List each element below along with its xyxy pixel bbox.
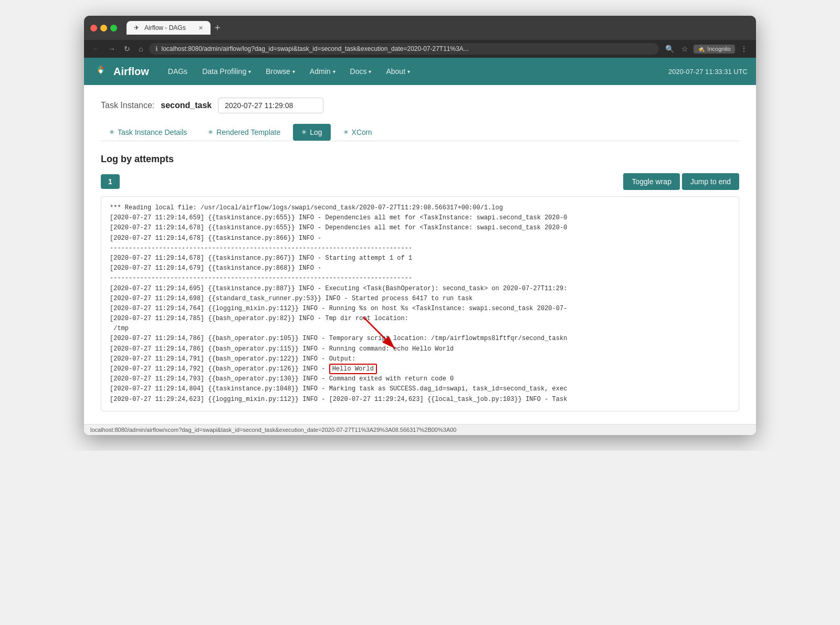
task-header: Task Instance: second_task [101,98,739,113]
log-line: [2020-07-27 11:29:14,786] {{bash_operato… [110,334,730,344]
jump-to-end-button[interactable]: Jump to end [682,173,739,190]
incognito-label: Incognito [707,46,731,52]
logo-text: Airflow [113,66,149,78]
log-line: [2020-07-27 11:29:14,695] {{taskinstance… [110,284,730,294]
docs-chevron-icon: ▾ [369,69,371,75]
browse-chevron-icon: ▾ [292,69,295,75]
log-line-hello-world: [2020-07-27 11:29:14,792] {{bash_operato… [110,364,730,374]
log-line: [2020-07-27 11:29:14,764] {{logging_mixi… [110,304,730,314]
log-line: [2020-07-27 11:29:14,678] {{taskinstance… [110,234,730,243]
nav-about-label: About [386,67,405,76]
maximize-button[interactable] [110,25,117,31]
tab-task-instance-details[interactable]: ✳ Task Instance Details [101,124,195,141]
menu-button[interactable]: ⋮ [738,44,750,54]
log-line: /tmp [110,324,730,334]
tab-close-button[interactable]: ✕ [198,25,203,31]
log-line: [2020-07-27 11:29:14,679] {{taskinstance… [110,263,730,273]
log-controls: 1 Toggle wrap Jump to end [101,173,739,190]
status-bar: localhost:8080/admin/airflow/xcom?dag_id… [84,424,756,435]
nav-data-profiling[interactable]: Data Profiling ▾ [196,64,257,79]
new-tab-button[interactable]: + [211,23,225,34]
log-line: [2020-07-27 11:29:14,793] {{bash_operato… [110,374,730,384]
close-button[interactable] [90,25,97,31]
tab-xcom[interactable]: ✳ XCom [335,124,381,141]
log-action-buttons: Toggle wrap Jump to end [623,173,739,190]
tab-xcom-label: XCom [352,128,372,136]
log-line: [2020-07-27 11:29:14,678] {{taskinstance… [110,253,730,263]
bookmark-button[interactable]: ☆ [679,44,690,54]
log-output: *** Reading local file: /usr/local/airfl… [101,196,739,411]
log-line: *** Reading local file: /usr/local/airfl… [110,203,730,213]
nav-admin-label: Admin [310,67,331,76]
tab-task-instance-details-label: Task Instance Details [118,128,187,136]
task-tabs: ✳ Task Instance Details ✳ Rendered Templ… [101,124,739,141]
forward-button[interactable]: → [106,44,118,54]
nav-data-profiling-label: Data Profiling [202,67,246,76]
tab-title: Airflow - DAGs [144,24,186,31]
task-name: second_task [161,101,212,110]
nav-about[interactable]: About ▾ [380,64,416,79]
log-tab-icon: ✳ [301,129,307,136]
nav-links: DAGs Data Profiling ▾ Browse ▾ Admin ▾ D… [162,64,668,79]
task-date-input[interactable] [218,98,323,113]
svg-point-4 [99,70,102,73]
log-line: [2020-07-27 11:29:14,804] {{taskinstance… [110,384,730,394]
minimize-button[interactable] [100,25,107,31]
data-profiling-chevron-icon: ▾ [248,69,251,75]
log-line: [2020-07-27 11:29:14,786] {{bash_operato… [110,344,730,354]
log-line: ----------------------------------------… [110,243,730,253]
tab-log-label: Log [310,128,322,136]
tab-rendered-template-label: Rendered Template [216,128,280,136]
tab-rendered-template[interactable]: ✳ Rendered Template [200,124,289,141]
nav-dags-label: DAGs [168,67,187,76]
url-display: localhost:8080/admin/airflow/log?dag_id=… [161,45,653,52]
log-line: [2020-07-27 11:29:14,785] {{bash_operato… [110,314,730,324]
log-line: [2020-07-27 11:29:14,659] {{taskinstance… [110,213,730,223]
log-line: [2020-07-27 11:29:14,678] {{taskinstance… [110,223,730,233]
about-chevron-icon: ▾ [407,69,410,75]
xcom-tab-icon: ✳ [343,129,349,136]
attempt-badge[interactable]: 1 [101,174,120,189]
home-button[interactable]: ⌂ [136,44,145,54]
nav-docs[interactable]: Docs ▾ [344,64,378,79]
incognito-badge: 🕵 Incognito [694,45,735,54]
secure-icon: ℹ [155,45,158,52]
main-nav: Airflow DAGs Data Profiling ▾ Browse ▾ A… [84,58,756,85]
task-instance-label: Task Instance: [101,101,154,110]
task-details-icon: ✳ [109,129,114,136]
nav-datetime: 2020-07-27 11:33:31 UTC [668,68,748,76]
log-line: [2020-07-27 11:29:14,791] {{bash_operato… [110,354,730,364]
back-button[interactable]: ← [90,44,102,54]
log-line: [2020-07-27 11:29:14,698] {{standard_tas… [110,294,730,304]
airflow-logo[interactable]: Airflow [92,63,149,80]
nav-browse-label: Browse [266,67,290,76]
browser-tab[interactable]: ✈ Airflow - DAGs ✕ [127,21,211,35]
nav-dags[interactable]: DAGs [162,64,194,79]
tab-favicon-icon: ✈ [134,24,141,31]
reload-button[interactable]: ↻ [122,44,132,54]
log-line: [2020-07-27 11:29:24,623] {{logging_mixi… [110,395,730,405]
search-button[interactable]: 🔍 [663,44,676,54]
hello-world-highlight: Hello World [329,364,377,374]
log-section-title: Log by attempts [101,154,739,165]
nav-browse[interactable]: Browse ▾ [259,64,301,79]
tab-log[interactable]: ✳ Log [293,124,330,141]
incognito-icon: 🕵 [698,46,705,52]
nav-admin[interactable]: Admin ▾ [303,64,342,79]
rendered-template-icon: ✳ [208,129,213,136]
admin-chevron-icon: ▾ [333,69,335,75]
status-url: localhost:8080/admin/airflow/xcom?dag_id… [90,427,456,433]
nav-docs-label: Docs [350,67,367,76]
log-line: ----------------------------------------… [110,273,730,283]
toggle-wrap-button[interactable]: Toggle wrap [623,173,680,190]
